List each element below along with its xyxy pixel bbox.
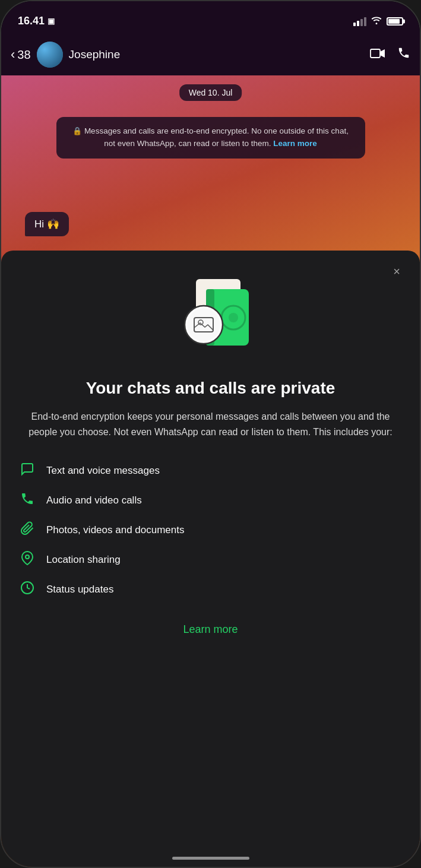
- feature-label-text: Location sharing: [46, 554, 121, 566]
- feature-label-text: Text and voice messages: [46, 465, 160, 477]
- svg-point-7: [187, 308, 220, 341]
- feature-label-text: Status updates: [46, 584, 113, 595]
- attachment-icon: [19, 521, 36, 539]
- encryption-illustration: [163, 268, 258, 363]
- contact-name[interactable]: Josephine: [69, 48, 364, 61]
- hi-text: Hi 🙌: [34, 218, 59, 230]
- clock-display: 16.41: [18, 15, 45, 27]
- list-item: Text and voice messages: [19, 456, 402, 486]
- list-item: Location sharing: [19, 545, 402, 575]
- learn-more-button[interactable]: Learn more: [183, 623, 238, 636]
- feature-label-text: Photos, videos and documents: [46, 524, 184, 536]
- close-icon: ×: [393, 265, 400, 278]
- feature-label-text: Audio and video calls: [46, 495, 142, 506]
- sim-icon: ▣: [48, 17, 55, 26]
- back-chevron: ‹: [11, 47, 15, 62]
- modal-description: End-to-end encryption keeps your persona…: [19, 409, 402, 439]
- hi-bubble: Hi 🙌: [25, 212, 69, 236]
- list-item: Photos, videos and documents: [19, 515, 402, 545]
- status-icons: [353, 16, 403, 27]
- avatar-image: [37, 42, 63, 68]
- home-indicator: [172, 857, 249, 860]
- avatar[interactable]: [37, 42, 63, 68]
- signal-icon: [353, 17, 366, 26]
- battery-icon: [387, 17, 403, 26]
- back-count: 38: [17, 48, 30, 62]
- chat-header: ‹ 38 Josephine: [1, 34, 420, 75]
- date-text: Wed 10. Jul: [189, 88, 233, 97]
- lock-icon-inline: 🔒: [72, 126, 82, 135]
- encryption-notice: 🔒 Messages and calls are end-to-end encr…: [56, 117, 365, 159]
- svg-rect-0: [371, 49, 380, 58]
- privacy-illustration: [19, 268, 402, 363]
- back-button[interactable]: ‹ 38: [11, 47, 31, 62]
- date-chip: Wed 10. Jul: [179, 84, 242, 101]
- learn-more-section: Learn more: [19, 623, 402, 636]
- svg-point-10: [26, 555, 29, 559]
- status-icon: [19, 581, 36, 598]
- encryption-learn-more[interactable]: Learn more: [273, 139, 317, 148]
- wifi-icon: [371, 16, 382, 27]
- video-call-icon[interactable]: [370, 47, 385, 62]
- modal-title: Your chats and calls are private: [19, 378, 402, 398]
- status-bar: 16.41 ▣: [1, 1, 420, 34]
- chat-icon: [19, 462, 36, 480]
- svg-point-5: [229, 313, 238, 322]
- feature-list: Text and voice messages Audio and video …: [19, 456, 402, 604]
- privacy-modal: × Your chat: [1, 251, 420, 867]
- list-item: Status updates: [19, 575, 402, 604]
- location-icon: [19, 551, 36, 569]
- list-item: Audio and video calls: [19, 486, 402, 515]
- status-time: 16.41 ▣: [18, 15, 55, 27]
- phone-call-icon[interactable]: [397, 46, 410, 63]
- phone-frame: 16.41 ▣ ‹ 38 Josephine: [0, 0, 421, 868]
- header-actions: [370, 46, 410, 63]
- phone-icon: [19, 492, 36, 509]
- close-button[interactable]: ×: [388, 262, 406, 280]
